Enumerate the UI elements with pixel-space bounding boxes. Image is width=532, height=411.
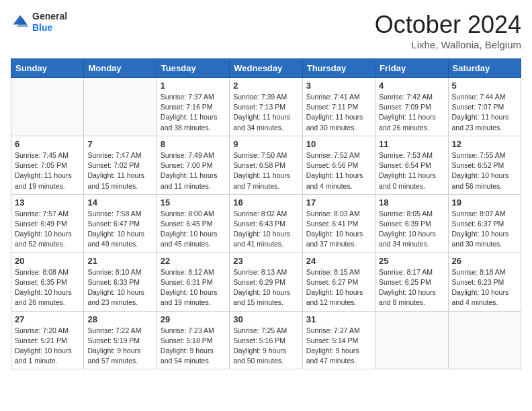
day-number: 15 bbox=[161, 197, 226, 208]
day-info: Sunrise: 7:22 AM Sunset: 5:19 PM Dayligh… bbox=[87, 326, 152, 367]
day-info: Sunrise: 8:15 AM Sunset: 6:27 PM Dayligh… bbox=[306, 267, 371, 308]
calendar-day-cell: 15Sunrise: 8:00 AM Sunset: 6:45 PM Dayli… bbox=[157, 194, 229, 253]
calendar-week-row: 6Sunrise: 7:45 AM Sunset: 7:05 PM Daylig… bbox=[11, 136, 521, 194]
calendar-day-cell bbox=[11, 78, 84, 136]
calendar-table: SundayMondayTuesdayWednesdayThursdayFrid… bbox=[11, 58, 521, 369]
calendar-week-row: 27Sunrise: 7:20 AM Sunset: 5:21 PM Dayli… bbox=[11, 311, 521, 369]
calendar-day-cell: 19Sunrise: 8:07 AM Sunset: 6:37 PM Dayli… bbox=[448, 194, 521, 253]
calendar-day-cell: 30Sunrise: 7:25 AM Sunset: 5:16 PM Dayli… bbox=[230, 311, 302, 369]
day-info: Sunrise: 7:45 AM Sunset: 7:05 PM Dayligh… bbox=[15, 150, 80, 191]
calendar-header-row: SundayMondayTuesdayWednesdayThursdayFrid… bbox=[11, 59, 521, 78]
day-info: Sunrise: 7:27 AM Sunset: 5:14 PM Dayligh… bbox=[306, 326, 371, 367]
day-number: 14 bbox=[87, 197, 152, 208]
day-info: Sunrise: 8:03 AM Sunset: 6:41 PM Dayligh… bbox=[306, 209, 371, 250]
day-of-week-header: Thursday bbox=[302, 59, 375, 78]
calendar-day-cell: 28Sunrise: 7:22 AM Sunset: 5:19 PM Dayli… bbox=[84, 311, 157, 369]
day-of-week-header: Tuesday bbox=[157, 59, 229, 78]
day-number: 23 bbox=[233, 256, 298, 266]
day-of-week-header: Saturday bbox=[448, 59, 521, 78]
day-of-week-header: Wednesday bbox=[230, 59, 302, 78]
calendar-day-cell: 24Sunrise: 8:15 AM Sunset: 6:27 PM Dayli… bbox=[302, 253, 375, 311]
day-number: 4 bbox=[379, 81, 444, 91]
day-info: Sunrise: 7:20 AM Sunset: 5:21 PM Dayligh… bbox=[15, 326, 80, 367]
calendar-day-cell: 29Sunrise: 7:23 AM Sunset: 5:18 PM Dayli… bbox=[157, 311, 229, 369]
calendar-day-cell: 23Sunrise: 8:13 AM Sunset: 6:29 PM Dayli… bbox=[230, 253, 302, 311]
calendar-day-cell: 18Sunrise: 8:05 AM Sunset: 6:39 PM Dayli… bbox=[375, 194, 448, 253]
day-number: 1 bbox=[161, 81, 226, 91]
day-info: Sunrise: 8:07 AM Sunset: 6:37 PM Dayligh… bbox=[452, 209, 517, 250]
day-number: 2 bbox=[233, 81, 298, 91]
day-number: 22 bbox=[161, 256, 226, 266]
day-info: Sunrise: 7:37 AM Sunset: 7:16 PM Dayligh… bbox=[161, 92, 226, 133]
calendar-day-cell: 7Sunrise: 7:47 AM Sunset: 7:02 PM Daylig… bbox=[84, 136, 157, 194]
page-header: General Blue October 2024 Lixhe, Walloni… bbox=[11, 11, 521, 50]
day-info: Sunrise: 8:00 AM Sunset: 6:45 PM Dayligh… bbox=[161, 209, 226, 250]
calendar-day-cell: 13Sunrise: 7:57 AM Sunset: 6:49 PM Dayli… bbox=[11, 194, 84, 253]
calendar-day-cell bbox=[84, 78, 157, 136]
day-info: Sunrise: 8:08 AM Sunset: 6:35 PM Dayligh… bbox=[15, 267, 80, 308]
title-area: October 2024 Lixhe, Wallonia, Belgium bbox=[375, 11, 521, 50]
day-info: Sunrise: 8:17 AM Sunset: 6:25 PM Dayligh… bbox=[379, 267, 444, 308]
calendar-day-cell: 22Sunrise: 8:12 AM Sunset: 6:31 PM Dayli… bbox=[157, 253, 229, 311]
day-info: Sunrise: 7:42 AM Sunset: 7:09 PM Dayligh… bbox=[379, 92, 444, 133]
calendar-day-cell: 1Sunrise: 7:37 AM Sunset: 7:16 PM Daylig… bbox=[157, 78, 229, 136]
day-info: Sunrise: 7:52 AM Sunset: 6:56 PM Dayligh… bbox=[306, 150, 371, 191]
day-number: 9 bbox=[233, 139, 298, 149]
day-number: 29 bbox=[161, 314, 226, 324]
calendar-day-cell: 5Sunrise: 7:44 AM Sunset: 7:07 PM Daylig… bbox=[448, 78, 521, 136]
day-number: 10 bbox=[306, 139, 371, 149]
day-number: 13 bbox=[15, 197, 80, 208]
calendar-day-cell: 10Sunrise: 7:52 AM Sunset: 6:56 PM Dayli… bbox=[302, 136, 375, 194]
logo-icon bbox=[11, 13, 30, 32]
day-number: 30 bbox=[233, 314, 298, 324]
day-number: 18 bbox=[379, 197, 444, 208]
calendar-day-cell: 8Sunrise: 7:49 AM Sunset: 7:00 PM Daylig… bbox=[157, 136, 229, 194]
location: Lixhe, Wallonia, Belgium bbox=[375, 39, 521, 50]
calendar-day-cell: 31Sunrise: 7:27 AM Sunset: 5:14 PM Dayli… bbox=[302, 311, 375, 369]
day-info: Sunrise: 7:25 AM Sunset: 5:16 PM Dayligh… bbox=[233, 326, 298, 367]
calendar-day-cell: 3Sunrise: 7:41 AM Sunset: 7:11 PM Daylig… bbox=[302, 78, 375, 136]
day-number: 27 bbox=[15, 314, 80, 324]
calendar-day-cell: 6Sunrise: 7:45 AM Sunset: 7:05 PM Daylig… bbox=[11, 136, 84, 194]
day-number: 17 bbox=[306, 197, 371, 208]
logo: General Blue bbox=[11, 11, 67, 34]
day-info: Sunrise: 7:47 AM Sunset: 7:02 PM Dayligh… bbox=[87, 150, 152, 191]
day-info: Sunrise: 7:23 AM Sunset: 5:18 PM Dayligh… bbox=[161, 326, 226, 367]
calendar-day-cell bbox=[375, 311, 448, 369]
day-number: 21 bbox=[87, 256, 152, 266]
calendar-day-cell bbox=[448, 311, 521, 369]
calendar-day-cell: 11Sunrise: 7:53 AM Sunset: 6:54 PM Dayli… bbox=[375, 136, 448, 194]
day-info: Sunrise: 8:18 AM Sunset: 6:23 PM Dayligh… bbox=[452, 267, 517, 308]
calendar-day-cell: 16Sunrise: 8:02 AM Sunset: 6:43 PM Dayli… bbox=[230, 194, 302, 253]
calendar-day-cell: 26Sunrise: 8:18 AM Sunset: 6:23 PM Dayli… bbox=[448, 253, 521, 311]
calendar-day-cell: 21Sunrise: 8:10 AM Sunset: 6:33 PM Dayli… bbox=[84, 253, 157, 311]
day-info: Sunrise: 7:58 AM Sunset: 6:47 PM Dayligh… bbox=[87, 209, 152, 250]
day-info: Sunrise: 7:39 AM Sunset: 7:13 PM Dayligh… bbox=[233, 92, 298, 133]
calendar-day-cell: 14Sunrise: 7:58 AM Sunset: 6:47 PM Dayli… bbox=[84, 194, 157, 253]
day-info: Sunrise: 8:02 AM Sunset: 6:43 PM Dayligh… bbox=[233, 209, 298, 250]
day-number: 3 bbox=[306, 81, 371, 91]
calendar-day-cell: 9Sunrise: 7:50 AM Sunset: 6:58 PM Daylig… bbox=[230, 136, 302, 194]
day-info: Sunrise: 8:13 AM Sunset: 6:29 PM Dayligh… bbox=[233, 267, 298, 308]
day-number: 8 bbox=[161, 139, 226, 149]
calendar-week-row: 13Sunrise: 7:57 AM Sunset: 6:49 PM Dayli… bbox=[11, 194, 521, 253]
day-number: 16 bbox=[233, 197, 298, 208]
day-number: 31 bbox=[306, 314, 371, 324]
day-info: Sunrise: 8:10 AM Sunset: 6:33 PM Dayligh… bbox=[87, 267, 152, 308]
calendar-day-cell: 4Sunrise: 7:42 AM Sunset: 7:09 PM Daylig… bbox=[375, 78, 448, 136]
day-of-week-header: Monday bbox=[84, 59, 157, 78]
calendar-week-row: 1Sunrise: 7:37 AM Sunset: 7:16 PM Daylig… bbox=[11, 78, 521, 136]
day-number: 5 bbox=[452, 81, 517, 91]
day-number: 19 bbox=[452, 197, 517, 208]
logo-text: General Blue bbox=[32, 11, 67, 34]
calendar-day-cell: 12Sunrise: 7:55 AM Sunset: 6:52 PM Dayli… bbox=[448, 136, 521, 194]
calendar-day-cell: 27Sunrise: 7:20 AM Sunset: 5:21 PM Dayli… bbox=[11, 311, 84, 369]
calendar-week-row: 20Sunrise: 8:08 AM Sunset: 6:35 PM Dayli… bbox=[11, 253, 521, 311]
calendar-day-cell: 20Sunrise: 8:08 AM Sunset: 6:35 PM Dayli… bbox=[11, 253, 84, 311]
day-number: 20 bbox=[15, 256, 80, 266]
day-number: 6 bbox=[15, 139, 80, 149]
calendar-day-cell: 2Sunrise: 7:39 AM Sunset: 7:13 PM Daylig… bbox=[230, 78, 302, 136]
day-number: 24 bbox=[306, 256, 371, 266]
day-info: Sunrise: 7:57 AM Sunset: 6:49 PM Dayligh… bbox=[15, 209, 80, 250]
day-info: Sunrise: 8:05 AM Sunset: 6:39 PM Dayligh… bbox=[379, 209, 444, 250]
